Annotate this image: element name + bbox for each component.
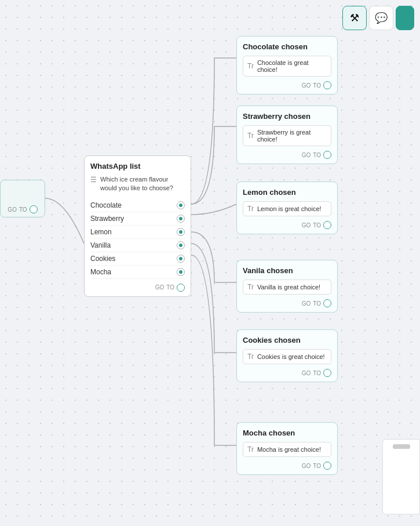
strawberry-dot[interactable] <box>323 151 331 159</box>
chocolate-text: Chocolate is great choice! <box>257 59 327 73</box>
cookies-chosen-node: Cookies chosen Tr Cookies is great choic… <box>236 329 338 382</box>
cookies-text: Cookies is great choice! <box>257 353 325 360</box>
strawberry-title: Strawberry chosen <box>243 112 331 121</box>
vanilla-text: Vanilla is great choice! <box>257 284 320 291</box>
option-vanilla-radio[interactable] <box>177 241 185 249</box>
cookies-to: TO <box>313 370 321 376</box>
option-lemon-radio[interactable] <box>177 228 185 236</box>
lemon-to: TO <box>313 222 321 228</box>
vanilla-footer: GO TO <box>243 299 331 307</box>
whatsapp-list-node: WhatsApp list ☰ Which ice cream flavour … <box>84 155 191 297</box>
option-chocolate[interactable]: Chocolate <box>90 199 185 212</box>
mocha-dot[interactable] <box>323 462 331 470</box>
strawberry-text: Strawberry is great choice! <box>257 129 327 143</box>
vanilla-text-row: Tr Vanilla is great choice! <box>243 280 331 295</box>
mocha-text-icon: Tr <box>247 445 254 454</box>
whatsapp-question: Which ice cream flavour would you like t… <box>100 175 185 193</box>
option-mocha-radio[interactable] <box>177 268 185 276</box>
strawberry-footer: GO TO <box>243 151 331 159</box>
placeholder-to-label: TO <box>19 206 27 213</box>
whatsapp-go: GO <box>155 284 165 291</box>
option-chocolate-radio[interactable] <box>177 201 185 209</box>
option-strawberry-label: Strawberry <box>90 215 124 223</box>
cookies-text-row: Tr Cookies is great choice! <box>243 349 331 364</box>
option-chocolate-label: Chocolate <box>90 201 122 209</box>
option-cookies[interactable]: Cookies <box>90 252 185 266</box>
option-mocha-label: Mocha <box>90 268 111 276</box>
whatsapp-question-row: ☰ Which ice cream flavour would you like… <box>90 175 185 193</box>
option-cookies-radio[interactable] <box>177 255 185 263</box>
option-vanilla-label: Vanilla <box>90 241 111 249</box>
mocha-text: Mocha is great choice! <box>257 446 321 453</box>
chocolate-text-row: Tr Chocolate is great choice! <box>243 56 331 77</box>
mocha-title: Mocha chosen <box>243 429 331 437</box>
lemon-chosen-node: Lemon chosen Tr Lemon is great choice! G… <box>236 182 338 234</box>
tools-button[interactable]: ⚒ <box>342 6 367 30</box>
vanilla-text-icon: Tr <box>247 283 254 291</box>
chocolate-footer: GO TO <box>243 81 331 89</box>
chocolate-title: Chocolate chosen <box>243 42 331 51</box>
option-strawberry-radio[interactable] <box>177 215 185 223</box>
option-lemon-label: Lemon <box>90 228 112 236</box>
lemon-dot[interactable] <box>323 221 331 229</box>
option-cookies-label: Cookies <box>90 255 115 263</box>
whatsapp-title: WhatsApp list <box>90 162 185 171</box>
mocha-chosen-node: Mocha chosen Tr Mocha is great choice! G… <box>236 422 338 475</box>
mocha-go: GO <box>302 463 311 469</box>
chocolate-dot[interactable] <box>323 81 331 89</box>
placeholder-node: GO TO <box>0 180 45 217</box>
mocha-to: TO <box>313 463 321 469</box>
lemon-footer: GO TO <box>243 221 331 229</box>
placeholder-go-label: GO <box>8 206 17 213</box>
lemon-go: GO <box>302 222 311 228</box>
lemon-text-icon: Tr <box>247 205 254 213</box>
vanilla-dot[interactable] <box>323 299 331 307</box>
minimap-bar <box>393 444 410 449</box>
whatsapp-footer-dot[interactable] <box>177 284 185 292</box>
strawberry-chosen-node: Strawberry chosen Tr Strawberry is great… <box>236 106 338 164</box>
strawberry-text-row: Tr Strawberry is great choice! <box>243 125 331 146</box>
cookies-go: GO <box>302 370 311 376</box>
chocolate-text-icon: Tr <box>247 62 254 70</box>
option-vanilla[interactable]: Vanilla <box>90 239 185 252</box>
lemon-text: Lemon is great choice! <box>257 205 322 212</box>
toolbar: ⚒ 💬 <box>342 6 414 30</box>
whatsapp-footer: GO TO <box>90 284 185 292</box>
strawberry-to: TO <box>313 152 321 158</box>
vanilla-to: TO <box>313 300 321 307</box>
cookies-title: Cookies chosen <box>243 336 331 344</box>
option-lemon[interactable]: Lemon <box>90 226 185 239</box>
cookies-dot[interactable] <box>323 369 331 377</box>
strawberry-go: GO <box>302 152 311 158</box>
chocolate-chosen-node: Chocolate chosen Tr Chocolate is great c… <box>236 36 338 95</box>
vanilla-title: Vanila chosen <box>243 266 331 275</box>
cookies-text-icon: Tr <box>247 353 254 361</box>
extra-button[interactable] <box>396 6 414 30</box>
cookies-footer: GO TO <box>243 369 331 377</box>
strawberry-text-icon: Tr <box>247 132 254 140</box>
minimap <box>382 439 420 514</box>
placeholder-dot[interactable] <box>30 205 38 213</box>
mocha-footer: GO TO <box>243 462 331 470</box>
chocolate-to: TO <box>313 82 321 89</box>
vanilla-chosen-node: Vanila chosen Tr Vanilla is great choice… <box>236 260 338 313</box>
chocolate-go: GO <box>302 82 311 89</box>
lemon-title: Lemon chosen <box>243 188 331 197</box>
lemon-text-row: Tr Lemon is great choice! <box>243 201 331 216</box>
option-strawberry[interactable]: Strawberry <box>90 212 185 226</box>
connections-svg <box>0 0 420 526</box>
option-mocha[interactable]: Mocha <box>90 266 185 279</box>
question-icon: ☰ <box>90 176 97 184</box>
vanilla-go: GO <box>302 300 311 307</box>
whatsapp-to: TO <box>166 284 174 291</box>
chat-button[interactable]: 💬 <box>369 6 393 30</box>
mocha-text-row: Tr Mocha is great choice! <box>243 442 331 457</box>
